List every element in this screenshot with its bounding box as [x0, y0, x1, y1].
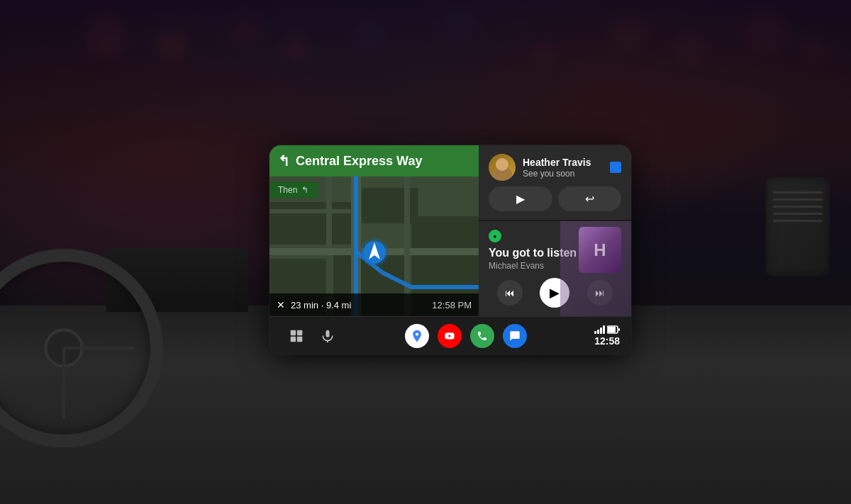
signal-bars [594, 325, 605, 334]
music-app-icon: ● [489, 230, 501, 242]
music-album-art: H [579, 227, 621, 273]
contact-avatar [489, 154, 516, 181]
notif-header: Heather Travis See you soon [489, 154, 621, 181]
then-label: Then [278, 185, 297, 195]
right-panel: Heather Travis See you soon ▶ ↩ [479, 145, 631, 316]
maps-app-button[interactable] [405, 324, 429, 348]
signal-bar-1 [594, 331, 596, 334]
signal-bar-2 [597, 330, 599, 334]
arrival-time: 12:58 PM [432, 300, 472, 310]
bottom-nav: 12:58 [269, 316, 631, 354]
prev-icon: ⏮ [505, 287, 515, 298]
play-icon: ▶ [550, 285, 560, 301]
svg-rect-1 [269, 202, 355, 245]
play-icon: ▶ [516, 192, 525, 206]
reply-button[interactable]: ↩ [558, 186, 622, 211]
then-row: Then ↰ [269, 182, 317, 198]
phone-app-button[interactable] [470, 324, 494, 348]
notif-info: Heather Travis See you soon [523, 157, 603, 179]
prev-track-button[interactable]: ⏮ [497, 280, 523, 306]
reply-icon: ↩ [585, 192, 594, 206]
svg-rect-10 [269, 209, 351, 213]
notif-message: See you soon [523, 169, 603, 179]
avatar-face [496, 158, 508, 171]
notif-app-icon [610, 162, 621, 173]
nav-right: 12:58 [589, 325, 620, 347]
android-auto-display: ↰ Central Express Way Then ↰ [269, 145, 631, 354]
album-letter: H [594, 240, 606, 260]
music-app-dot: ● [494, 233, 497, 240]
contact-name: Heather Travis [523, 157, 603, 168]
youtube-app-button[interactable] [438, 324, 462, 348]
nav-app-icons [405, 324, 527, 348]
svg-rect-19 [326, 330, 329, 337]
messages-app-button[interactable] [503, 324, 527, 348]
music-card[interactable]: H ● ••• You got to listen Michael Evans … [479, 221, 631, 316]
battery-icon [607, 325, 620, 334]
signal-row [594, 325, 620, 334]
svg-rect-16 [297, 330, 303, 335]
signal-bar-3 [600, 327, 602, 334]
app-grid-button[interactable] [281, 329, 312, 343]
vent-line [773, 220, 823, 222]
then-arrow: ↰ [301, 185, 308, 195]
steering-wheel-spoke [64, 347, 135, 349]
svg-rect-18 [297, 336, 303, 342]
nav-time: 12:58 [594, 335, 620, 347]
nav-banner[interactable]: ↰ Central Express Way [269, 145, 479, 177]
svg-rect-22 [608, 327, 616, 332]
notification-card[interactable]: Heather Travis See you soon ▶ ↩ [479, 145, 631, 220]
vent-line [773, 191, 823, 194]
map-section[interactable]: ↰ Central Express Way Then ↰ [269, 145, 479, 316]
signal-bar-4 [603, 325, 605, 334]
svg-rect-23 [618, 328, 620, 331]
top-section: ↰ Central Express Way Then ↰ [269, 145, 631, 316]
notif-actions: ▶ ↩ [489, 186, 621, 211]
svg-rect-15 [291, 330, 296, 335]
play-message-button[interactable]: ▶ [489, 186, 552, 211]
display-content: ↰ Central Express Way Then ↰ [269, 145, 631, 354]
svg-rect-17 [291, 336, 296, 342]
microphone-button[interactable] [312, 329, 343, 343]
location-pin [359, 237, 390, 268]
vent-line [773, 213, 823, 215]
eta-text: 23 min · 9.4 mi [291, 300, 351, 310]
street-name: Central Express Way [296, 154, 422, 169]
close-icon[interactable]: ✕ [277, 299, 285, 310]
vent-line [773, 206, 823, 208]
steering-wheel-spoke-v [62, 348, 65, 419]
right-vent [766, 177, 830, 276]
map-info-bar: ✕ 23 min · 9.4 mi 12:58 PM [269, 293, 479, 316]
vent-line [773, 198, 823, 201]
turn-arrow-icon: ↰ [278, 152, 290, 169]
